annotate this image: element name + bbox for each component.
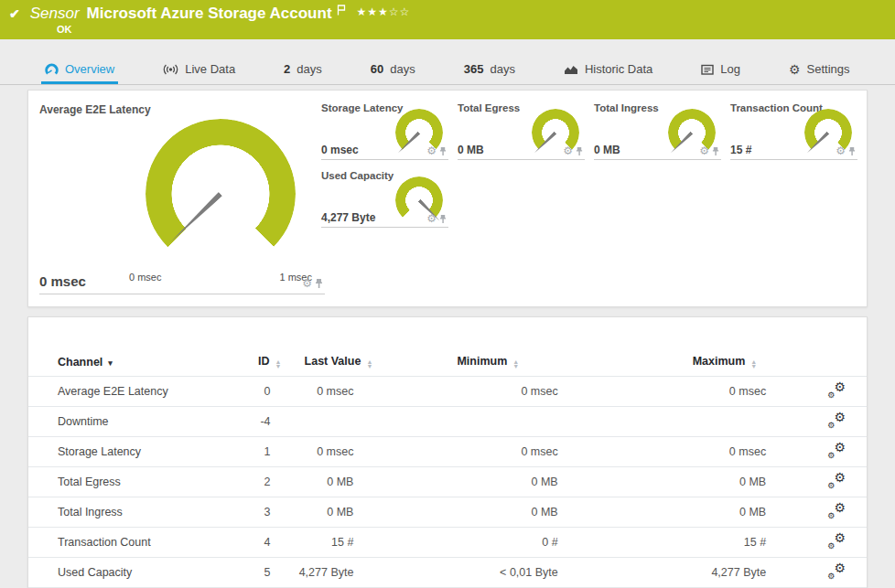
tab-label: days [297,62,321,76]
channel-settings-icon[interactable]: ⚙⚙ [827,382,846,397]
tab-label: days [490,62,514,76]
average-e2e-latency-gauge [146,119,296,269]
gauge-value: 0 msec [39,273,86,289]
column-header-channel[interactable]: Channel▾ [28,348,239,376]
mini-gauge-transaction-count: Transaction Count 15 # ⚙ [730,100,857,160]
sort-icon: ▲▼ [512,359,519,369]
channel-minimum: 0 MB [404,466,607,497]
channel-settings-icon[interactable]: ⚙⚙ [827,443,846,457]
mini-gauges-grid: Storage Latency 0 msec ⚙ Total Egress 0 … [321,100,857,228]
sort-icon: ▲▼ [750,359,757,369]
channel-last-value: 0 MB [296,466,404,497]
gauge-value: 0 MB [594,144,620,156]
column-header-minimum[interactable]: Minimum▲▼ [404,348,607,376]
pin-icon[interactable] [848,146,856,156]
channel-id: 4 [239,527,296,557]
gear-icon: ⚙ [789,65,801,74]
gauge-value: 0 msec [321,144,359,156]
tab-label: Log [720,62,740,76]
tab-label: Overview [65,62,114,76]
tab-label: Live Data [185,62,235,76]
channel-id: 5 [239,557,296,587]
tab-60-days[interactable]: 60 days [367,62,419,84]
page-title: Microsoft Azure Storage Account [87,5,332,23]
channel-settings-icon[interactable]: ⚙⚙ [827,563,846,578]
tab-label: days [390,62,415,76]
tab-live-data[interactable]: Live Data [159,62,239,84]
gear-icon[interactable]: ⚙ [426,213,437,224]
channel-maximum: 15 # [608,527,815,557]
channel-last-value: 0 MB [296,497,404,527]
gear-icon[interactable]: ⚙ [426,145,437,156]
table-header-row: Channel▾ ID▲▼ Last Value▲▼ Minimum▲▼ Max… [28,348,867,376]
table-row: Used Capacity 5 4,277 Byte < 0,01 Byte 4… [28,557,867,587]
tab-log[interactable]: Log [697,62,744,84]
tab-2-days[interactable]: 2 days [280,62,326,84]
pin-icon[interactable] [712,146,719,156]
channel-settings-icon[interactable]: ⚙⚙ [827,412,846,427]
tab-label: Historic Data [585,62,652,76]
channel-maximum: 4,277 Byte [608,557,815,587]
tab-overview[interactable]: Overview [41,62,118,84]
channel-settings-icon[interactable]: ⚙⚙ [827,473,846,487]
channel-name[interactable]: Total Ingress [28,497,239,527]
channel-settings-icon[interactable]: ⚙⚙ [827,503,846,518]
table-row: Total Ingress 3 0 MB 0 MB 0 MB ⚙⚙ [28,497,867,527]
column-header-last-value[interactable]: Last Value▲▼ [296,348,404,376]
sort-icon: ▲▼ [275,359,282,369]
channel-id: 1 [239,436,296,466]
broadcast-icon [163,64,178,75]
tab-365-days[interactable]: 365 days [460,62,519,84]
mini-gauge-storage-latency: Storage Latency 0 msec ⚙ [321,100,448,160]
channel-name[interactable]: Storage Latency [28,436,239,466]
pin-icon[interactable] [576,146,583,156]
channel-minimum: 0 MB [404,497,607,527]
flag-icon[interactable] [337,5,346,16]
channel-maximum: 0 MB [608,497,815,527]
gauge-title: Average E2E Latency [39,100,325,116]
gauge-value: 4,277 Byte [321,211,375,224]
channel-name[interactable]: Total Egress [28,466,239,497]
gear-icon[interactable]: ⚙ [699,145,709,156]
column-header-id[interactable]: ID▲▼ [239,348,296,376]
channel-table: Channel▾ ID▲▼ Last Value▲▼ Minimum▲▼ Max… [28,348,867,588]
tab-number: 60 [371,62,383,76]
channel-minimum: 0 msec [404,376,607,406]
tab-settings[interactable]: ⚙ Settings [785,62,854,84]
channel-last-value: 0 msec [296,376,404,406]
tab-bar: Overview Live Data 2 days 60 days 365 da… [0,55,895,85]
gear-icon[interactable]: ⚙ [302,278,312,289]
channel-last-value [296,406,404,436]
channel-name[interactable]: Used Capacity [28,557,239,587]
table-row: Average E2E Latency 0 0 msec 0 msec 0 ms… [28,376,867,406]
column-header-maximum[interactable]: Maximum▲▼ [608,348,815,376]
channel-name[interactable]: Average E2E Latency [28,376,239,406]
pin-icon[interactable] [315,278,323,289]
channel-last-value: 4,277 Byte [296,557,404,587]
channel-maximum: 0 msec [608,436,815,466]
priority-stars[interactable]: ★★★☆☆ [357,5,411,18]
channel-settings-icon[interactable]: ⚙⚙ [827,533,846,548]
channel-minimum: 0 # [404,527,607,557]
channel-minimum: 0 msec [404,436,607,466]
channel-id: 0 [239,376,296,406]
table-row: Downtime -4 ⚙⚙ [28,406,867,436]
table-row: Total Egress 2 0 MB 0 MB 0 MB ⚙⚙ [28,466,867,497]
gauge-value: 15 # [730,144,751,156]
primary-gauge-tile: Average E2E Latency 0 msec 1 msec 0 msec… [39,100,325,294]
pin-icon[interactable] [439,214,447,224]
channel-maximum: 0 msec [608,376,815,406]
channel-name[interactable]: Downtime [28,406,239,436]
column-header-settings [815,348,867,376]
pin-icon[interactable] [439,146,447,156]
channel-name[interactable]: Transaction Count [28,527,239,557]
channel-id: 3 [239,497,296,527]
channel-id: -4 [239,406,296,436]
gauge-icon [45,63,59,75]
area-chart-icon [564,64,578,75]
gear-icon[interactable]: ⚙ [836,145,846,156]
tab-historic-data[interactable]: Historic Data [560,62,656,84]
status-badge: OK [57,24,886,35]
gear-icon[interactable]: ⚙ [563,145,573,156]
mini-gauge-total-ingress: Total Ingress 0 MB ⚙ [594,100,721,160]
